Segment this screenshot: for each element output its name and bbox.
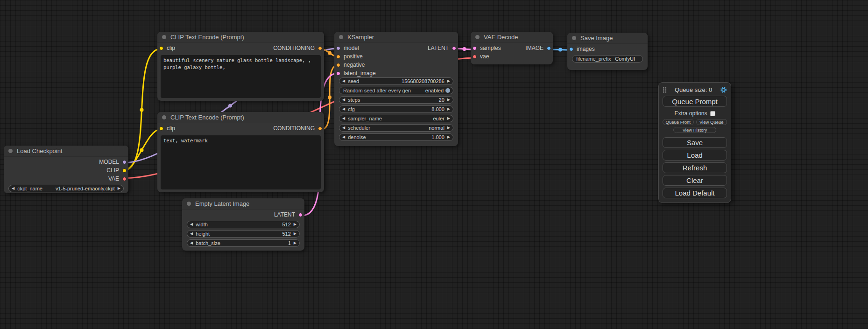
menu-header: Queue size: 0: [663, 85, 727, 94]
node-save-image[interactable]: Save Image images filename_prefix ComfyU…: [567, 33, 648, 70]
negative-input-dot[interactable]: [336, 63, 340, 67]
next-arrow-icon[interactable]: ▶: [294, 232, 296, 236]
prev-arrow-icon[interactable]: ◀: [342, 107, 345, 111]
node-vae-decode[interactable]: VAE Decode samples vae IMAGE: [471, 32, 553, 64]
prompt-textarea[interactable]: beautiful scenery nature glass bottle la…: [161, 55, 321, 98]
next-arrow-icon[interactable]: ▶: [118, 187, 120, 190]
prev-arrow-icon[interactable]: ◀: [190, 223, 193, 226]
node-clip-text-encode-negative[interactable]: CLIP Text Encode (Prompt) clip CONDITION…: [157, 112, 324, 192]
node-title: Load Checkpoint: [17, 147, 63, 154]
seed-widget[interactable]: ◀ seed 156680208700286 ▶: [339, 77, 453, 85]
node-title-bar[interactable]: Empty Latent Image: [182, 198, 304, 210]
batch-size-widget[interactable]: ◀ batch_size 1 ▶: [187, 239, 300, 247]
scheduler-widget[interactable]: ◀ scheduler normal ▶: [339, 124, 453, 132]
collapse-dot-icon[interactable]: [475, 35, 480, 39]
prev-arrow-icon[interactable]: ◀: [190, 241, 193, 245]
height-widget[interactable]: ◀ height 512 ▶: [187, 230, 300, 238]
sampler-name-widget[interactable]: ◀ sampler_name euler ▶: [339, 115, 453, 122]
conditioning-output-dot[interactable]: [318, 126, 322, 131]
node-title-bar[interactable]: Save Image: [567, 33, 648, 44]
output-latent: LATENT: [400, 44, 458, 52]
extra-options-checkbox[interactable]: [710, 111, 715, 116]
positive-input-dot[interactable]: [336, 55, 340, 59]
prev-arrow-icon[interactable]: ◀: [342, 79, 345, 83]
latent-output-dot[interactable]: [452, 46, 456, 50]
prev-arrow-icon[interactable]: ◀: [342, 117, 345, 120]
input-images: images: [567, 44, 648, 53]
node-title-bar[interactable]: VAE Decode: [471, 32, 553, 43]
load-default-button[interactable]: Load Default: [663, 188, 727, 198]
queue-front-button[interactable]: Queue Front: [663, 119, 694, 125]
samples-input-dot[interactable]: [473, 46, 477, 50]
widget-label: filename_prefix: [576, 56, 612, 62]
model-output-dot[interactable]: [122, 160, 127, 164]
output-label: CONDITIONING: [273, 125, 315, 132]
next-arrow-icon[interactable]: ▶: [447, 135, 450, 139]
image-output-dot[interactable]: [547, 46, 551, 50]
refresh-button[interactable]: Refresh: [663, 162, 727, 173]
next-arrow-icon[interactable]: ▶: [447, 98, 450, 102]
clear-button[interactable]: Clear: [663, 175, 727, 186]
steps-widget[interactable]: ◀ steps 20 ▶: [339, 96, 453, 104]
toggle-dot-icon[interactable]: [445, 88, 450, 93]
collapse-dot-icon[interactable]: [162, 115, 166, 119]
collapse-dot-icon[interactable]: [187, 202, 191, 206]
settings-gear-icon[interactable]: [720, 86, 727, 93]
collapse-dot-icon[interactable]: [8, 149, 13, 153]
collapse-dot-icon[interactable]: [339, 35, 343, 39]
cfg-widget[interactable]: ◀ cfg 8.000 ▶: [339, 105, 453, 113]
clip-input-dot[interactable]: [159, 126, 163, 131]
next-arrow-icon[interactable]: ▶: [294, 223, 296, 226]
drag-handle-icon[interactable]: [663, 87, 667, 93]
node-title-bar[interactable]: KSampler: [334, 32, 458, 43]
clip-input-dot[interactable]: [159, 46, 163, 50]
extra-options-label: Extra options: [674, 110, 707, 117]
node-clip-text-encode-positive[interactable]: CLIP Text Encode (Prompt) clip CONDITION…: [157, 32, 324, 101]
input-label: samples: [480, 45, 501, 51]
filename-prefix-widget[interactable]: filename_prefix ComfyUI: [572, 55, 643, 63]
node-title-bar[interactable]: Load Checkpoint: [4, 146, 128, 157]
denoise-widget[interactable]: ◀ denoise 1.000 ▶: [339, 133, 453, 141]
vae-input-dot[interactable]: [473, 55, 477, 59]
next-arrow-icon[interactable]: ▶: [294, 241, 296, 245]
prev-arrow-icon[interactable]: ◀: [342, 135, 345, 139]
next-arrow-icon[interactable]: ▶: [447, 117, 450, 120]
prev-arrow-icon[interactable]: ◀: [342, 98, 345, 102]
comfyui-canvas[interactable]: { "colors": { "model": "#B39DDB", "clip"…: [0, 0, 868, 329]
output-image: IMAGE: [509, 44, 553, 52]
conditioning-output-dot[interactable]: [318, 46, 322, 50]
slot-row: clip CONDITIONING: [157, 43, 324, 52]
prev-arrow-icon[interactable]: ◀: [342, 126, 345, 130]
random-seed-toggle-widget[interactable]: Random seed after every gen enabled: [339, 87, 453, 94]
images-input-dot[interactable]: [569, 47, 573, 51]
vae-output-dot[interactable]: [122, 177, 127, 181]
next-arrow-icon[interactable]: ▶: [447, 126, 450, 130]
save-button[interactable]: Save: [663, 137, 727, 148]
output-label: LATENT: [274, 211, 295, 218]
widget-value: 156680208700286: [402, 78, 445, 84]
node-empty-latent-image[interactable]: Empty Latent Image LATENT ◀ width 512 ▶ …: [182, 198, 304, 251]
collapse-dot-icon[interactable]: [572, 36, 576, 40]
prev-arrow-icon[interactable]: ◀: [190, 232, 193, 236]
prev-arrow-icon[interactable]: ◀: [12, 187, 14, 190]
prompt-textarea[interactable]: text, watermark: [161, 135, 321, 189]
node-load-checkpoint[interactable]: Load Checkpoint MODEL CLIP VAE ◀ ckpt_na…: [4, 146, 128, 193]
view-history-button[interactable]: View History: [673, 127, 716, 133]
width-widget[interactable]: ◀ width 512 ▶: [187, 221, 300, 228]
next-arrow-icon[interactable]: ▶: [447, 79, 450, 83]
queue-prompt-button[interactable]: Queue Prompt: [663, 96, 727, 107]
node-title-bar[interactable]: CLIP Text Encode (Prompt): [157, 112, 324, 123]
latent-image-input-dot[interactable]: [336, 71, 340, 76]
next-arrow-icon[interactable]: ▶: [447, 107, 450, 111]
input-label: clip: [167, 125, 175, 132]
node-ksampler[interactable]: KSampler model positive negative latent_…: [334, 32, 458, 146]
collapse-dot-icon[interactable]: [162, 35, 166, 39]
wire-midpoint-dot: [140, 148, 144, 152]
clip-output-dot[interactable]: [122, 168, 127, 173]
load-button[interactable]: Load: [663, 150, 727, 161]
node-title-bar[interactable]: CLIP Text Encode (Prompt): [157, 32, 324, 43]
latent-output-dot[interactable]: [298, 213, 303, 217]
ckpt-name-widget[interactable]: ◀ ckpt_name v1-5-pruned-emaonly.ckpt ▶: [8, 185, 124, 192]
model-input-dot[interactable]: [336, 46, 340, 50]
view-queue-button[interactable]: View Queue: [696, 119, 727, 125]
